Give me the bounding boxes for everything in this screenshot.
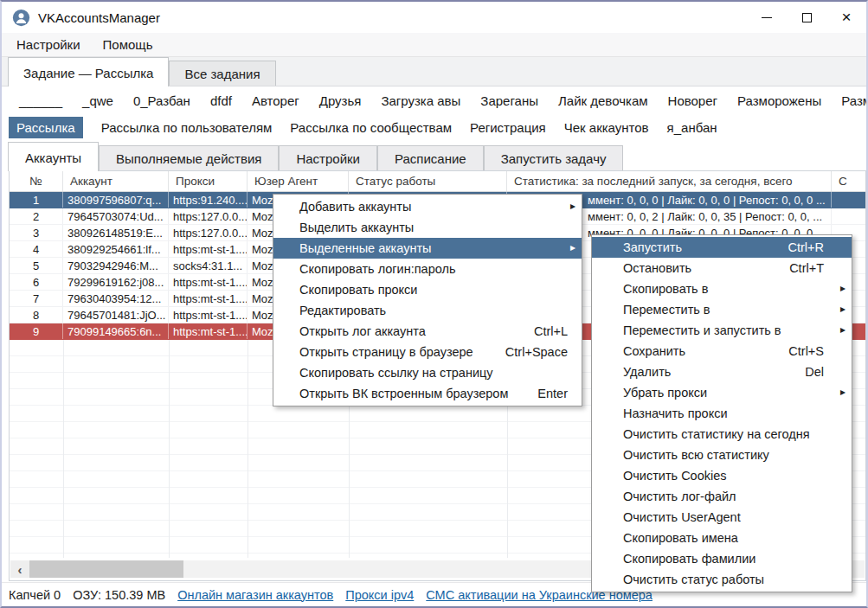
task-tab[interactable]: ______ bbox=[19, 93, 62, 108]
table-header-cell[interactable]: Статус работы bbox=[349, 171, 507, 191]
menu-shortcut: Ctrl+R bbox=[788, 240, 844, 254]
submenu-arrow-icon: ▸ bbox=[570, 200, 575, 212]
task-tab[interactable]: Рассылка bbox=[9, 117, 83, 138]
menu-item-label: Очистить статистику на сегодня bbox=[623, 427, 810, 441]
task-tab[interactable]: 0_Разбан bbox=[133, 93, 190, 108]
menu-item-label: Скопировать в bbox=[623, 282, 708, 296]
menu-item-label: Очистить всю статистику bbox=[623, 448, 769, 462]
inner-tab[interactable]: Настройки bbox=[279, 145, 377, 170]
submenu-item[interactable]: Очистить статистику на сегодня bbox=[592, 424, 852, 445]
menu-item-label: Скопировать логин:пароль bbox=[299, 262, 456, 276]
submenu-item[interactable]: Очистить Cookies bbox=[592, 465, 852, 486]
context-menu-item[interactable]: Выделить аккаунты bbox=[273, 217, 582, 238]
inner-tab-strip: АккаунтыВыполняемые действияНастройкиРас… bbox=[2, 141, 866, 170]
cell-account: 380997596807:q... bbox=[63, 192, 169, 208]
submenu-item[interactable]: Удалить Del bbox=[592, 362, 852, 382]
context-menu-item[interactable]: Открыть страницу в браузере Ctrl+Space bbox=[273, 342, 582, 362]
submenu-item[interactable]: Убрать прокси ▸ bbox=[592, 382, 852, 403]
task-tab[interactable]: dfdf bbox=[210, 93, 232, 108]
task-tab[interactable]: Разморозка bbox=[841, 93, 868, 108]
submenu-item[interactable]: Остановить Ctrl+T bbox=[592, 258, 852, 278]
scroll-left-icon[interactable]: ‹ bbox=[10, 560, 29, 578]
context-menu-item[interactable]: Открыть лог аккаунта Ctrl+L bbox=[273, 321, 582, 342]
context-menu-item[interactable]: Открыть ВК встроенным браузером Enter bbox=[273, 383, 582, 404]
submenu-arrow-icon: ▸ bbox=[570, 241, 575, 253]
table-header-cell[interactable]: Прокси bbox=[169, 171, 248, 191]
task-tab[interactable]: Рассылка по пользователям bbox=[101, 120, 273, 135]
task-tab[interactable]: Авторег bbox=[252, 93, 299, 108]
cell-proxy: https:mt-st-1.... bbox=[169, 274, 248, 290]
submenu-item[interactable]: Переместить в ▸ bbox=[592, 299, 852, 320]
menu-bar: НастройкиПомощь bbox=[2, 33, 866, 57]
task-tab[interactable]: Лайк девочкам bbox=[558, 93, 648, 108]
scrollbar-thumb[interactable] bbox=[29, 560, 183, 578]
cell-account: 79032942946:M... bbox=[63, 258, 169, 273]
submenu-item[interactable]: Сохранить Ctrl+S bbox=[592, 341, 852, 362]
app-user-icon bbox=[12, 9, 30, 27]
menu-item-label: Очистить статус работы bbox=[623, 573, 764, 586]
submenu-item[interactable]: Очистить всю статистику bbox=[592, 445, 852, 465]
menu-item-label: Назначить прокси bbox=[623, 406, 728, 420]
task-tabs-row-2: РассылкаРассылка по пользователямРассылк… bbox=[2, 113, 866, 141]
statusbar-link[interactable]: Онлайн магазин аккаунтов bbox=[177, 588, 333, 602]
task-tab[interactable]: Новорег bbox=[668, 93, 717, 108]
inner-tab[interactable]: Выполняемые действия bbox=[99, 145, 279, 170]
task-tab[interactable]: _qwe bbox=[82, 93, 113, 108]
cell-account: 380929254661:lf... bbox=[63, 241, 169, 257]
submenu-item[interactable]: Очистить лог-файл bbox=[592, 486, 852, 507]
context-menu-item[interactable]: Скопировать логин:пароль bbox=[273, 259, 582, 279]
main-tab[interactable]: Все задания bbox=[169, 61, 275, 86]
task-tab[interactable]: Загрузка авы bbox=[381, 93, 460, 108]
table-header-cell[interactable]: Статистика: за последний запуск, за сего… bbox=[507, 171, 832, 191]
inner-tab[interactable]: Расписание bbox=[377, 145, 484, 170]
context-menu: Добавить аккаунты ▸ Выделить аккаунты Вы… bbox=[273, 194, 582, 406]
table-header-cell[interactable]: Аккаунт bbox=[63, 171, 169, 191]
cell-number: 7 bbox=[10, 291, 63, 306]
inner-tab[interactable]: Аккаунты bbox=[8, 142, 99, 171]
task-tab[interactable]: Зареганы bbox=[480, 93, 538, 108]
table-header-cell[interactable]: № bbox=[10, 171, 63, 191]
task-tab[interactable]: Разморожены bbox=[737, 93, 821, 108]
cell-extra bbox=[832, 208, 865, 224]
context-menu-item[interactable]: Редактировать bbox=[273, 300, 582, 321]
submenu-item[interactable]: Запустить Ctrl+R bbox=[592, 237, 852, 258]
menu-item-label: Добавить аккаунты bbox=[299, 200, 411, 214]
task-tab[interactable]: Друзья bbox=[319, 93, 362, 108]
cell-proxy: https:mt-st-1.... bbox=[169, 323, 248, 339]
table-header-cell[interactable]: С bbox=[832, 171, 865, 191]
menu-item-label: Очистить UserAgent bbox=[623, 510, 741, 524]
menu-shortcut: Enter bbox=[537, 387, 573, 400]
statusbar-link[interactable]: Прокси ipv4 bbox=[345, 588, 414, 602]
main-tab[interactable]: Задание — Рассылка bbox=[8, 57, 169, 86]
menubar-item[interactable]: Настройки bbox=[5, 34, 92, 55]
cell-account: 79645701481:JjO... bbox=[63, 307, 169, 323]
submenu-item[interactable]: Скопировать в ▸ bbox=[592, 278, 852, 299]
submenu-arrow-icon: ▸ bbox=[840, 323, 845, 336]
inner-tab[interactable]: Запустить задачу bbox=[484, 145, 624, 170]
table-header-row: №АккаунтПроксиЮзер АгентСтатус работыСта… bbox=[10, 171, 865, 192]
context-menu-item[interactable]: Выделенные аккаунты ▸ bbox=[273, 238, 582, 259]
submenu-item[interactable]: Очистить статус работы bbox=[592, 569, 852, 590]
task-tab[interactable]: я_анбан bbox=[667, 120, 717, 135]
context-menu-item[interactable]: Скопировать ссылку на страницу bbox=[273, 362, 582, 383]
submenu-item[interactable]: Скопировать имена bbox=[592, 528, 852, 548]
task-tab[interactable]: Регистрация bbox=[470, 120, 546, 135]
minimize-icon[interactable] bbox=[747, 2, 787, 33]
submenu-item[interactable]: Очистить UserAgent bbox=[592, 507, 852, 528]
context-menu-item[interactable]: Скопировать прокси bbox=[273, 279, 582, 300]
submenu-arrow-icon: ▸ bbox=[840, 303, 845, 315]
submenu-item[interactable]: Скопировать фамилии bbox=[592, 548, 852, 569]
menubar-item[interactable]: Помощь bbox=[92, 34, 164, 55]
context-menu-item[interactable]: Добавить аккаунты ▸ bbox=[273, 196, 582, 217]
task-tab[interactable]: Рассылка по сообществам bbox=[290, 120, 452, 135]
menu-shortcut: Ctrl+Space bbox=[505, 345, 573, 359]
menu-item-label: Переместить в bbox=[623, 303, 710, 317]
table-header-cell[interactable]: Юзер Агент bbox=[248, 171, 349, 191]
submenu-item[interactable]: Переместить и запустить в ▸ bbox=[592, 320, 852, 341]
menu-item-label: Скопировать фамилии bbox=[623, 552, 755, 566]
maximize-icon[interactable] bbox=[787, 2, 826, 33]
task-tab[interactable]: Чек аккаунтов bbox=[564, 120, 649, 135]
close-icon[interactable]: × bbox=[826, 2, 866, 33]
cell-extra bbox=[832, 192, 865, 208]
submenu-item[interactable]: Назначить прокси bbox=[592, 403, 852, 424]
